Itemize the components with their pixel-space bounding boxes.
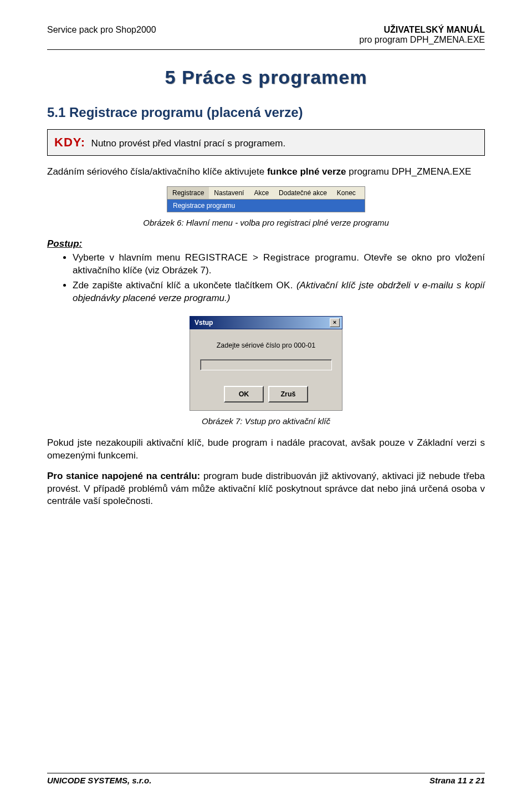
header-subtitle: pro program DPH_ZMENA.EXE xyxy=(359,35,485,45)
dialog-screenshot: Vstup × Zadejte sériové číslo pro 000-01… xyxy=(190,316,342,411)
step-2: Zde zapište aktivační klíč a ukončete tl… xyxy=(73,279,485,305)
step-1-mono: REGISTRACE > Registrace programu xyxy=(185,252,357,263)
intro-paragraph: Zadáním sériového čísla/aktivačního klíč… xyxy=(47,166,485,179)
menubar: Registrace Nastavení Akce Dodatečné akce… xyxy=(167,186,365,200)
header-right: UŽIVATELSKÝ MANUÁL pro program DPH_ZMENA… xyxy=(359,25,485,45)
section-heading: 5.1 Registrace programu (placená verze) xyxy=(47,105,485,120)
menu-item-konec[interactable]: Konec xyxy=(332,187,361,199)
footer-page: Strana 11 z 21 xyxy=(429,776,485,785)
step-2-mono: OK xyxy=(277,280,290,291)
menu-item-nastaveni[interactable]: Nastavení xyxy=(209,187,249,199)
menu-screenshot: Registrace Nastavení Akce Dodatečné akce… xyxy=(167,186,365,212)
ok-button[interactable]: OK xyxy=(224,386,264,403)
intro-post: programu DPH_ZMENA.EXE xyxy=(346,166,472,177)
para2-bold: Pro stanice napojené na centrálu: xyxy=(47,471,200,481)
menu-item-dodatecne[interactable]: Dodatečné akce xyxy=(274,187,332,199)
when-text: Nutno provést před vlastní prací s progr… xyxy=(91,138,286,149)
serial-input[interactable] xyxy=(200,359,332,370)
step-1-pre: Vyberte v hlavním menu xyxy=(73,252,185,263)
dialog-prompt: Zadejte sériové číslo pro 000-01 xyxy=(200,342,332,349)
menu-item-registrace[interactable]: Registrace xyxy=(167,187,209,199)
intro-bold: funkce plné verze xyxy=(267,166,346,177)
dialog-titlebar: Vstup × xyxy=(190,316,342,329)
step-2-dot: . xyxy=(290,280,296,291)
dialog-button-row: OK Zruš xyxy=(200,386,332,403)
menu-item-label: Dodatečné akce xyxy=(279,189,327,197)
close-button[interactable]: × xyxy=(330,318,340,327)
procedure-steps: Vyberte v hlavním menu REGISTRACE > Regi… xyxy=(73,252,485,305)
when-box: KDY: Nutno provést před vlastní prací s … xyxy=(47,129,485,156)
paragraph-central: Pro stanice napojené na centrálu: progra… xyxy=(47,470,485,508)
menu-item-label: Nastavení xyxy=(214,189,244,197)
menu-item-akce[interactable]: Akce xyxy=(249,187,274,199)
procedure-label: Postup: xyxy=(47,238,485,249)
when-label: KDY: xyxy=(54,135,85,149)
dropdown-item-registrace-programu[interactable]: Registrace programu xyxy=(167,200,365,212)
page-header: Service pack pro Shop2000 UŽIVATELSKÝ MA… xyxy=(47,25,485,45)
menu-item-label: Akce xyxy=(254,189,269,197)
paragraph-no-key: Pokud jste nezakoupili aktivační klíč, b… xyxy=(47,437,485,462)
dialog-body: Zadejte sériové číslo pro 000-01 OK Zruš xyxy=(190,329,342,411)
figure-6-caption: Obrázek 6: Hlavní menu - volba pro regis… xyxy=(47,218,485,227)
chapter-heading: 5 Práce s programem xyxy=(47,67,485,88)
header-left: Service pack pro Shop2000 xyxy=(47,25,156,45)
dialog-title: Vstup xyxy=(195,319,213,327)
page-footer: UNICODE SYSTEMS, s.r.o. Strana 11 z 21 xyxy=(47,776,485,785)
step-2-pre: Zde zapište aktivační klíč a ukončete tl… xyxy=(73,280,277,291)
header-title: UŽIVATELSKÝ MANUÁL xyxy=(359,25,485,35)
step-1: Vyberte v hlavním menu REGISTRACE > Regi… xyxy=(73,252,485,277)
menu-item-label: Registrace xyxy=(172,189,204,197)
figure-7-caption: Obrázek 7: Vstup pro aktivační klíč xyxy=(47,416,485,426)
footer-rule xyxy=(47,773,485,773)
footer-company: UNICODE SYSTEMS, s.r.o. xyxy=(47,776,151,785)
menu-item-label: Konec xyxy=(337,189,356,197)
cancel-button[interactable]: Zruš xyxy=(268,386,308,403)
intro-pre: Zadáním sériového čísla/aktivačního klíč… xyxy=(47,166,267,177)
dropdown-menu: Registrace programu xyxy=(167,200,365,212)
